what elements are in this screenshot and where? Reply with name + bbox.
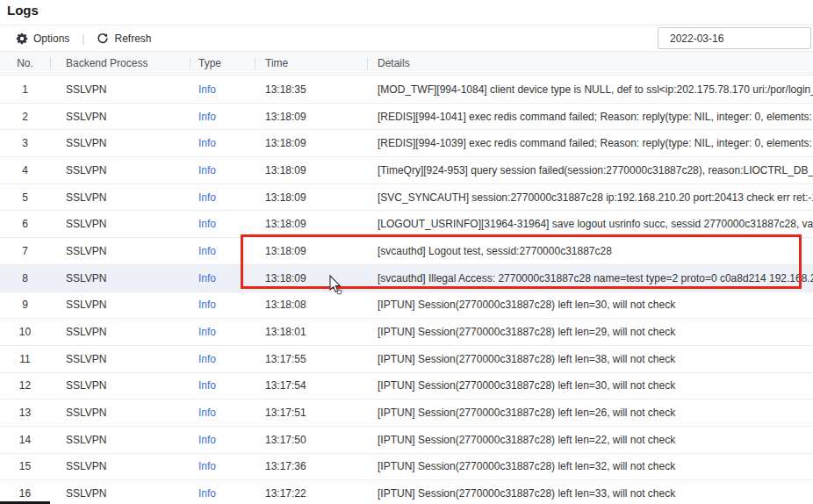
table-row[interactable]: 2 SSLVPN Info 13:18:09 [REDIS][994-1041]…	[0, 104, 813, 131]
table-row[interactable]: 3 SSLVPN Info 13:18:09 [REDIS][994-1039]…	[0, 130, 813, 157]
type-info-link[interactable]: Info	[198, 137, 216, 149]
cell-time: 13:18:09	[255, 191, 367, 204]
cell-type: Info	[190, 111, 255, 123]
table-row[interactable]: 16 SSLVPN Info 13:17:22 [IPTUN] Session(…	[0, 480, 813, 504]
table-row[interactable]: 10 SSLVPN Info 13:18:01 [IPTUN] Session(…	[0, 319, 813, 346]
cell-backend-process: SSLVPN	[50, 379, 190, 392]
cell-backend-process: SSLVPN	[50, 487, 190, 500]
table-row[interactable]: 9 SSLVPN Info 13:18:08 [IPTUN] Session(2…	[0, 292, 813, 320]
type-info-link[interactable]: Info	[198, 326, 216, 338]
cell-time: 13:18:09	[255, 272, 367, 284]
table-row[interactable]: 1 SSLVPN Info 13:18:35 [MOD_TWF][994-108…	[0, 76, 813, 104]
cell-details: [REDIS][994-1039] exec redis command fai…	[367, 137, 813, 149]
cell-details: [svcauthd] Logout test, sessid:2770000c3…	[367, 245, 813, 257]
cell-backend-process: SSLVPN	[50, 218, 190, 230]
cell-time: 13:17:55	[255, 353, 367, 365]
table-row[interactable]: 4 SSLVPN Info 13:18:09 [TimeQry][924-953…	[0, 157, 813, 184]
cell-time: 13:17:36	[255, 460, 367, 472]
cell-backend-process: SSLVPN	[50, 111, 190, 123]
cell-no: 5	[0, 191, 50, 204]
gear-icon	[16, 32, 28, 45]
refresh-label: Refresh	[114, 32, 151, 45]
type-info-link[interactable]: Info	[198, 111, 216, 123]
cell-time: 13:17:22	[255, 487, 367, 500]
cell-type: Info	[190, 245, 255, 257]
table-row[interactable]: 6 SSLVPN Info 13:18:09 [LOGOUT_USRINFO][…	[0, 211, 813, 238]
column-header-backend-process: Backend Process	[50, 52, 190, 75]
type-info-link[interactable]: Info	[198, 164, 216, 176]
type-info-link[interactable]: Info	[198, 191, 216, 204]
type-info-link[interactable]: Info	[198, 353, 216, 365]
cell-no: 7	[0, 245, 50, 257]
table-row[interactable]: 8 SSLVPN Info 13:18:09 [svcauthd] Illega…	[0, 265, 813, 292]
cell-backend-process: SSLVPN	[50, 137, 190, 149]
type-info-link[interactable]: Info	[198, 379, 216, 392]
cell-no: 16	[0, 487, 50, 500]
table-row[interactable]: 7 SSLVPN Info 13:18:09 [svcauthd] Logout…	[0, 238, 813, 265]
cell-no: 3	[0, 137, 50, 149]
table-row[interactable]: 13 SSLVPN Info 13:17:51 [IPTUN] Session(…	[0, 400, 813, 427]
cell-details: [IPTUN] Session(2770000c31887c28) left l…	[367, 460, 813, 472]
cell-time: 13:18:09	[255, 137, 367, 149]
cell-type: Info	[190, 137, 255, 149]
cell-no: 4	[0, 164, 50, 176]
cell-time: 13:18:09	[255, 111, 367, 123]
cell-details: [IPTUN] Session(2770000c31887c28) left l…	[367, 326, 813, 338]
type-info-link[interactable]: Info	[198, 272, 216, 284]
cell-type: Info	[190, 460, 255, 472]
cell-backend-process: SSLVPN	[50, 353, 190, 365]
cell-backend-process: SSLVPN	[50, 326, 190, 338]
cell-type: Info	[190, 164, 255, 176]
table-row[interactable]: 14 SSLVPN Info 13:17:50 [IPTUN] Session(…	[0, 427, 813, 454]
cell-no: 13	[0, 407, 50, 419]
table-row[interactable]: 12 SSLVPN Info 13:17:54 [IPTUN] Session(…	[0, 373, 813, 400]
options-button[interactable]: Options	[16, 32, 69, 45]
column-header-time: Time	[255, 52, 367, 75]
cell-time: 13:18:08	[255, 299, 367, 311]
cell-no: 1	[0, 83, 50, 96]
cell-details: [LOGOUT_USRINFO][31964-31964] save logou…	[367, 218, 813, 230]
table-row[interactable]: 5 SSLVPN Info 13:18:09 [SVC_SYNCAUTH] se…	[0, 184, 813, 212]
cell-type: Info	[190, 434, 255, 446]
type-info-link[interactable]: Info	[198, 407, 216, 419]
type-info-link[interactable]: Info	[198, 83, 216, 96]
cell-time: 13:17:50	[255, 434, 367, 446]
cell-no: 2	[0, 111, 50, 123]
cell-details: [IPTUN] Session(2770000c31887c28) left l…	[367, 353, 813, 365]
date-filter-input[interactable]	[658, 27, 811, 49]
cell-backend-process: SSLVPN	[50, 245, 190, 257]
cell-backend-process: SSLVPN	[50, 434, 190, 446]
cell-details: [TimeQry][924-953] query session failed(…	[367, 164, 813, 176]
table-row[interactable]: 15 SSLVPN Info 13:17:36 [IPTUN] Session(…	[0, 454, 813, 481]
cell-no: 11	[0, 353, 50, 365]
cell-backend-process: SSLVPN	[50, 460, 190, 472]
table-row[interactable]: 11 SSLVPN Info 13:17:55 [IPTUN] Session(…	[0, 346, 813, 373]
column-header-no: No.	[0, 52, 50, 75]
type-info-link[interactable]: Info	[198, 218, 216, 230]
type-info-link[interactable]: Info	[198, 460, 216, 472]
cell-no: 6	[0, 218, 50, 230]
log-table-header: No. Backend Process Type Time Details	[0, 51, 813, 76]
cell-details: [IPTUN] Session(2770000c31887c28) left l…	[367, 434, 813, 446]
cell-time: 13:17:51	[255, 407, 367, 419]
cell-type: Info	[190, 407, 255, 419]
page-title: Logs	[7, 3, 39, 18]
cell-type: Info	[190, 326, 255, 338]
cell-type: Info	[190, 83, 255, 96]
cell-type: Info	[190, 272, 255, 284]
cell-details: [MOD_TWF][994-1084] client device type i…	[367, 83, 813, 96]
cell-time: 13:18:35	[255, 83, 367, 96]
type-info-link[interactable]: Info	[198, 487, 216, 500]
column-header-details: Details	[367, 52, 813, 75]
type-info-link[interactable]: Info	[198, 434, 216, 446]
cell-type: Info	[190, 379, 255, 392]
cell-type: Info	[190, 191, 255, 204]
cell-time: 13:18:01	[255, 326, 367, 338]
log-table-body: 1 SSLVPN Info 13:18:35 [MOD_TWF][994-108…	[0, 76, 813, 504]
title-divider	[0, 25, 813, 25]
cell-details: [IPTUN] Session(2770000c31887c28) left l…	[367, 299, 813, 311]
type-info-link[interactable]: Info	[198, 245, 216, 257]
type-info-link[interactable]: Info	[198, 299, 216, 311]
cell-no: 12	[0, 379, 50, 392]
refresh-button[interactable]: Refresh	[97, 32, 151, 45]
